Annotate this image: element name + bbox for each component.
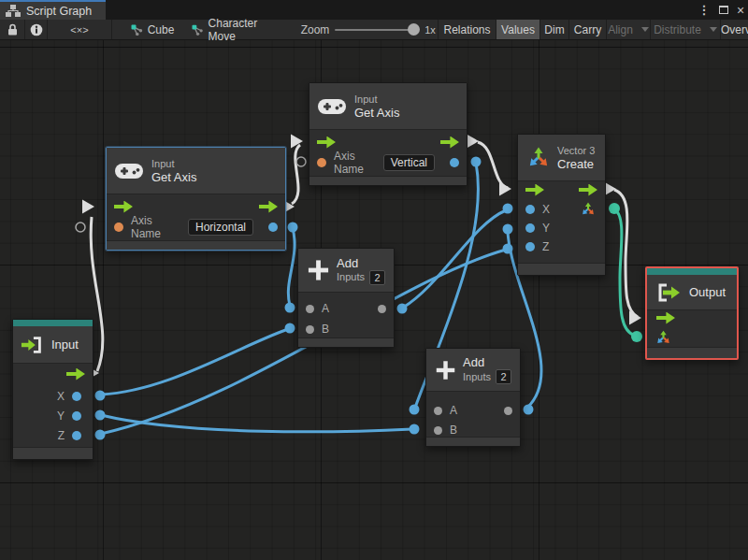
flow-in-arrow-icon[interactable] — [114, 201, 133, 213]
input-port-b[interactable] — [434, 426, 442, 435]
port-label: X — [57, 390, 65, 403]
input-port-b[interactable] — [306, 325, 314, 334]
lock-button[interactable] — [0, 20, 24, 39]
port-label: B — [450, 424, 457, 437]
window-menu-button[interactable]: ⋮ — [696, 0, 712, 20]
output-port[interactable] — [378, 305, 386, 313]
string-port[interactable] — [317, 158, 326, 167]
node-category: Input — [354, 93, 399, 106]
input-port-y[interactable] — [525, 223, 535, 233]
data-port-dot[interactable] — [95, 410, 106, 421]
node-get-axis-vertical[interactable]: Input Get Axis Axis Name Vertical — [309, 82, 468, 186]
breadcrumb-cube[interactable]: Cube — [124, 20, 180, 39]
info-icon — [30, 23, 43, 36]
param-label: Axis Name — [131, 214, 180, 240]
data-port-dot[interactable] — [410, 424, 420, 435]
node-vector3-create[interactable]: Vector 3 Create X Y Z — [517, 134, 606, 276]
node-add-bottom[interactable]: Add Inputs 2 A B — [425, 348, 521, 447]
string-port[interactable] — [114, 223, 123, 232]
tab-script-graph[interactable]: Script Graph — [0, 0, 106, 20]
graph-toolbar: <×> Cube Character Move Zoom 1x Relation… — [0, 20, 748, 40]
zoom-slider-handle[interactable] — [408, 23, 420, 36]
variables-shortcut-button[interactable]: <×> — [48, 20, 111, 39]
info-button[interactable] — [25, 20, 47, 39]
output-port-z[interactable] — [72, 431, 81, 440]
align-dropdown-button[interactable]: Align — [607, 20, 650, 39]
output-port-y[interactable] — [72, 411, 81, 421]
port-row-y: Y — [518, 218, 605, 238]
port-row-a: A — [298, 298, 394, 319]
data-port-dot[interactable] — [95, 391, 106, 401]
zoom-value: 1x — [422, 20, 439, 39]
node-footer — [647, 347, 737, 358]
flow-out-arrow-icon[interactable] — [579, 184, 597, 196]
vector3-in-port-icon[interactable] — [655, 330, 671, 346]
inputs-count-field[interactable]: 2 — [369, 270, 385, 285]
data-port-dot[interactable] — [95, 430, 106, 440]
float-out-port[interactable] — [268, 223, 278, 232]
data-port-dot[interactable] — [410, 405, 420, 415]
overview-button[interactable]: Overv — [721, 20, 748, 39]
input-port-a[interactable] — [306, 305, 314, 313]
data-port-dot[interactable] — [471, 157, 482, 167]
graph-hierarchy-icon — [6, 5, 21, 17]
chevron-down-icon — [710, 27, 717, 32]
breadcrumb-character-move[interactable]: Character Move — [192, 20, 285, 39]
data-port-dot[interactable] — [288, 223, 298, 233]
data-port-dot[interactable] — [524, 405, 534, 415]
port-row-z: Z — [13, 425, 93, 446]
window-close-button[interactable]: × — [733, 0, 748, 20]
data-port-dot[interactable] — [285, 303, 295, 313]
flow-out-arrow-icon[interactable] — [440, 136, 459, 149]
zoom-label: Zoom — [297, 20, 333, 39]
distribute-dropdown-button[interactable]: Distribute — [651, 20, 720, 39]
port-label: Y — [57, 409, 65, 423]
node-title: Add — [337, 256, 385, 270]
output-port-x[interactable] — [72, 392, 81, 401]
flow-in-arrow-icon[interactable] — [656, 312, 675, 324]
flow-out-arrow-icon[interactable] — [66, 368, 85, 381]
axis-name-field[interactable]: Vertical — [383, 154, 435, 171]
dim-toggle-button[interactable]: Dim — [540, 20, 568, 39]
node-output-event[interactable]: Output — [645, 266, 739, 360]
port-label: Y — [542, 222, 550, 235]
node-get-axis-horizontal[interactable]: Input Get Axis Axis Name Horizontal — [106, 147, 286, 251]
port-row-y: Y — [13, 406, 93, 426]
plus-icon — [307, 258, 330, 282]
plus-icon — [435, 358, 456, 382]
port-label: A — [450, 404, 457, 417]
node-footer — [309, 176, 467, 185]
flow-in-arrow-icon[interactable] — [525, 184, 544, 196]
vector3-out-port-icon[interactable] — [581, 202, 596, 217]
input-port-x[interactable] — [525, 205, 535, 214]
node-title: Get Axis — [354, 106, 399, 120]
data-port-dot[interactable] — [503, 204, 513, 214]
flow-in-arrow-icon[interactable] — [317, 136, 336, 149]
node-title: Add — [463, 355, 511, 369]
node-footer — [298, 337, 394, 347]
vector3-in-port-row — [647, 327, 737, 348]
vector3-port-dot[interactable] — [631, 331, 642, 342]
align-label: Align — [608, 23, 633, 36]
data-port-dot[interactable] — [397, 304, 408, 314]
values-toggle-button[interactable]: Values — [496, 20, 539, 39]
output-port[interactable] — [504, 407, 512, 415]
axis-name-field[interactable]: Horizontal — [188, 219, 253, 236]
zoom-slider-track[interactable] — [335, 29, 419, 31]
inputs-count-field[interactable]: 2 — [496, 369, 511, 384]
vector3-port-dot[interactable] — [609, 203, 620, 214]
node-input-event[interactable]: Input X Y Z — [12, 319, 94, 460]
data-port-dot[interactable] — [503, 224, 513, 235]
node-add-top[interactable]: Add Inputs 2 A B — [297, 248, 395, 348]
input-port-z[interactable] — [525, 242, 535, 251]
data-port-dot[interactable] — [285, 323, 295, 334]
relations-toggle-button[interactable]: Relations — [439, 20, 496, 39]
flow-out-arrow-icon[interactable] — [259, 201, 278, 213]
param-row: Axis Name Horizontal — [107, 217, 285, 237]
input-port-a[interactable] — [434, 407, 442, 415]
data-port-dot[interactable] — [503, 244, 513, 254]
port-label: A — [322, 302, 329, 315]
carry-toggle-button[interactable]: Carry — [569, 20, 606, 39]
float-out-port[interactable] — [450, 158, 459, 167]
window-maximize-button[interactable] — [714, 0, 733, 20]
